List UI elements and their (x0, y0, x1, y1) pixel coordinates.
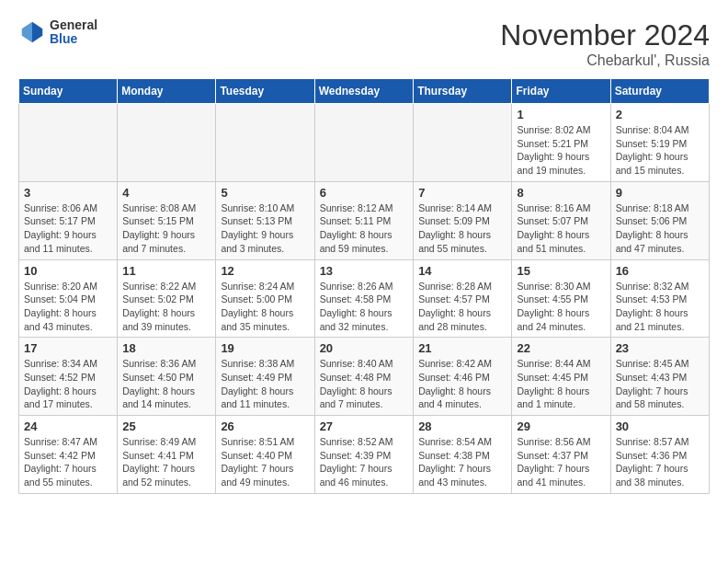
day-number: 17 (24, 341, 112, 355)
day-info: Sunrise: 8:08 AMSunset: 5:15 PMDaylight:… (122, 201, 210, 256)
day-info: Sunrise: 8:16 AMSunset: 5:07 PMDaylight:… (517, 201, 605, 256)
subtitle: Chebarkul', Russia (500, 52, 710, 69)
calendar-cell: 10Sunrise: 8:20 AMSunset: 5:04 PMDayligh… (19, 259, 118, 338)
day-number: 15 (517, 264, 605, 278)
logo-icon (18, 18, 46, 46)
calendar-cell: 27Sunrise: 8:52 AMSunset: 4:39 PMDayligh… (314, 416, 414, 494)
day-number: 9 (616, 186, 704, 200)
day-number: 7 (418, 186, 506, 200)
calendar-cell (216, 104, 314, 182)
calendar-cell: 26Sunrise: 8:51 AMSunset: 4:40 PMDayligh… (216, 416, 314, 494)
page-header: General Blue November 2024 Chebarkul', R… (18, 18, 710, 69)
day-number: 26 (221, 419, 309, 433)
day-number: 6 (320, 186, 409, 200)
day-number: 3 (24, 186, 112, 200)
day-info: Sunrise: 8:57 AMSunset: 4:36 PMDaylight:… (616, 435, 704, 489)
calendar-cell: 3Sunrise: 8:06 AMSunset: 5:17 PMDaylight… (19, 181, 118, 259)
svg-marker-0 (32, 22, 42, 43)
day-info: Sunrise: 8:44 AMSunset: 4:45 PMDaylight:… (517, 357, 605, 411)
calendar-cell: 21Sunrise: 8:42 AMSunset: 4:46 PMDayligh… (414, 338, 512, 416)
day-number: 30 (616, 419, 704, 433)
day-number: 16 (616, 264, 704, 278)
day-number: 20 (320, 341, 409, 355)
day-number: 19 (221, 341, 309, 355)
week-row-0: 1Sunrise: 8:02 AMSunset: 5:21 PMDaylight… (19, 104, 710, 182)
header-wednesday: Wednesday (314, 79, 414, 104)
logo-general: General (50, 18, 97, 32)
week-row-3: 17Sunrise: 8:34 AMSunset: 4:52 PMDayligh… (19, 338, 710, 416)
day-number: 2 (616, 108, 704, 121)
week-row-2: 10Sunrise: 8:20 AMSunset: 5:04 PMDayligh… (19, 259, 710, 338)
day-info: Sunrise: 8:24 AMSunset: 5:00 PMDaylight:… (221, 280, 309, 334)
day-number: 29 (517, 419, 605, 433)
day-number: 13 (320, 264, 409, 278)
day-info: Sunrise: 8:42 AMSunset: 4:46 PMDaylight:… (418, 357, 506, 411)
day-info: Sunrise: 8:30 AMSunset: 4:55 PMDaylight:… (517, 280, 605, 334)
header-row: SundayMondayTuesdayWednesdayThursdayFrid… (19, 79, 710, 104)
header-saturday: Saturday (610, 79, 709, 104)
calendar-cell: 23Sunrise: 8:45 AMSunset: 4:43 PMDayligh… (610, 338, 709, 416)
calendar-cell: 14Sunrise: 8:28 AMSunset: 4:57 PMDayligh… (414, 259, 512, 338)
calendar-cell: 5Sunrise: 8:10 AMSunset: 5:13 PMDaylight… (216, 181, 314, 259)
header-friday: Friday (512, 79, 610, 104)
calendar-cell: 18Sunrise: 8:36 AMSunset: 4:50 PMDayligh… (118, 338, 216, 416)
day-number: 12 (221, 264, 309, 278)
day-info: Sunrise: 8:38 AMSunset: 4:49 PMDaylight:… (221, 357, 309, 411)
calendar-cell: 28Sunrise: 8:54 AMSunset: 4:38 PMDayligh… (414, 416, 512, 494)
day-number: 4 (122, 186, 210, 200)
logo-text: General Blue (50, 18, 97, 47)
calendar-cell: 9Sunrise: 8:18 AMSunset: 5:06 PMDaylight… (610, 181, 709, 259)
day-number: 27 (320, 419, 409, 433)
day-number: 18 (122, 341, 210, 355)
day-info: Sunrise: 8:54 AMSunset: 4:38 PMDaylight:… (418, 435, 506, 489)
calendar-cell: 1Sunrise: 8:02 AMSunset: 5:21 PMDaylight… (512, 104, 610, 182)
header-thursday: Thursday (414, 79, 512, 104)
day-number: 23 (616, 341, 704, 355)
calendar-cell: 25Sunrise: 8:49 AMSunset: 4:41 PMDayligh… (118, 416, 216, 494)
day-info: Sunrise: 8:28 AMSunset: 4:57 PMDaylight:… (418, 280, 506, 334)
calendar-cell: 24Sunrise: 8:47 AMSunset: 4:42 PMDayligh… (19, 416, 118, 494)
day-number: 14 (418, 264, 506, 278)
calendar-cell: 22Sunrise: 8:44 AMSunset: 4:45 PMDayligh… (512, 338, 610, 416)
header-monday: Monday (118, 79, 216, 104)
calendar-cell: 8Sunrise: 8:16 AMSunset: 5:07 PMDaylight… (512, 181, 610, 259)
day-info: Sunrise: 8:18 AMSunset: 5:06 PMDaylight:… (616, 201, 704, 256)
day-info: Sunrise: 8:06 AMSunset: 5:17 PMDaylight:… (24, 201, 112, 256)
day-number: 5 (221, 186, 309, 200)
calendar-cell: 7Sunrise: 8:14 AMSunset: 5:09 PMDaylight… (414, 181, 512, 259)
calendar-cell: 30Sunrise: 8:57 AMSunset: 4:36 PMDayligh… (610, 416, 709, 494)
calendar-cell: 15Sunrise: 8:30 AMSunset: 4:55 PMDayligh… (512, 259, 610, 338)
day-number: 1 (517, 108, 605, 121)
week-row-1: 3Sunrise: 8:06 AMSunset: 5:17 PMDaylight… (19, 181, 710, 259)
calendar-body: 1Sunrise: 8:02 AMSunset: 5:21 PMDaylight… (19, 104, 710, 494)
day-number: 22 (517, 341, 605, 355)
calendar-cell: 4Sunrise: 8:08 AMSunset: 5:15 PMDaylight… (118, 181, 216, 259)
calendar-cell: 16Sunrise: 8:32 AMSunset: 4:53 PMDayligh… (610, 259, 709, 338)
day-info: Sunrise: 8:52 AMSunset: 4:39 PMDaylight:… (320, 435, 409, 489)
week-row-4: 24Sunrise: 8:47 AMSunset: 4:42 PMDayligh… (19, 416, 710, 494)
day-info: Sunrise: 8:20 AMSunset: 5:04 PMDaylight:… (24, 280, 112, 334)
day-info: Sunrise: 8:14 AMSunset: 5:09 PMDaylight:… (418, 201, 506, 256)
title-section: November 2024 Chebarkul', Russia (500, 18, 710, 69)
logo: General Blue (18, 18, 97, 47)
day-number: 10 (24, 264, 112, 278)
day-info: Sunrise: 8:02 AMSunset: 5:21 PMDaylight:… (517, 123, 605, 178)
calendar-cell: 20Sunrise: 8:40 AMSunset: 4:48 PMDayligh… (314, 338, 414, 416)
calendar-cell: 11Sunrise: 8:22 AMSunset: 5:02 PMDayligh… (118, 259, 216, 338)
calendar-cell: 6Sunrise: 8:12 AMSunset: 5:11 PMDaylight… (314, 181, 414, 259)
calendar-cell: 29Sunrise: 8:56 AMSunset: 4:37 PMDayligh… (512, 416, 610, 494)
day-info: Sunrise: 8:10 AMSunset: 5:13 PMDaylight:… (221, 201, 309, 256)
day-info: Sunrise: 8:32 AMSunset: 4:53 PMDaylight:… (616, 280, 704, 334)
day-info: Sunrise: 8:51 AMSunset: 4:40 PMDaylight:… (221, 435, 309, 489)
calendar-table: SundayMondayTuesdayWednesdayThursdayFrid… (18, 78, 710, 494)
header-sunday: Sunday (19, 79, 118, 104)
calendar-cell: 13Sunrise: 8:26 AMSunset: 4:58 PMDayligh… (314, 259, 414, 338)
day-number: 24 (24, 419, 112, 433)
day-number: 28 (418, 419, 506, 433)
calendar-cell (414, 104, 512, 182)
day-info: Sunrise: 8:47 AMSunset: 4:42 PMDaylight:… (24, 435, 112, 489)
calendar-cell (19, 104, 118, 182)
calendar-cell (314, 104, 414, 182)
calendar-cell: 2Sunrise: 8:04 AMSunset: 5:19 PMDaylight… (610, 104, 709, 182)
logo-blue: Blue (50, 32, 97, 46)
